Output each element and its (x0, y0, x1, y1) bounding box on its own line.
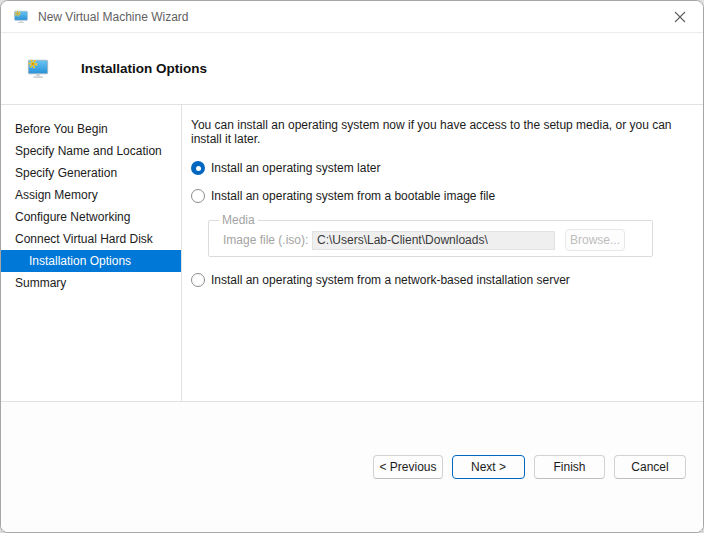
footer-button-bar: < Previous Next > Finish Cancel (1, 401, 703, 533)
intro-text: You can install an operating system now … (191, 118, 703, 146)
wizard-window: New Virtual Machine Wizard Installation … (0, 0, 704, 533)
radio-option-install-later[interactable]: Install an operating system later (191, 161, 703, 175)
sidebar: Before You Begin Specify Name and Locati… (1, 105, 182, 401)
sidebar-item-specify-generation[interactable]: Specify Generation (1, 162, 181, 184)
sidebar-item-specify-name-and-location[interactable]: Specify Name and Location (1, 140, 181, 162)
close-button[interactable] (657, 1, 703, 32)
vm-monitor-gear-icon (13, 9, 29, 25)
sidebar-item-connect-virtual-hard-disk[interactable]: Connect Virtual Hard Disk (1, 228, 181, 250)
window-title: New Virtual Machine Wizard (38, 10, 189, 24)
radio-option-network-install[interactable]: Install an operating system from a netwo… (191, 273, 703, 287)
close-icon (674, 11, 686, 23)
vm-monitor-gear-icon (26, 57, 50, 81)
sidebar-item-summary[interactable]: Summary (1, 272, 181, 294)
previous-button[interactable]: < Previous (373, 455, 443, 479)
radio-option-label: Install an operating system later (211, 161, 380, 175)
radio-option-label: Install an operating system from a boota… (211, 189, 495, 203)
page-title: Installation Options (81, 61, 207, 76)
page-header: Installation Options (1, 33, 703, 105)
page-content: You can install an operating system now … (182, 105, 704, 401)
cancel-button[interactable]: Cancel (614, 455, 686, 479)
radio-button-icon (191, 273, 205, 287)
radio-button-icon (191, 161, 205, 175)
wizard-body: Before You Begin Specify Name and Locati… (1, 105, 703, 401)
radio-button-icon (191, 189, 205, 203)
sidebar-item-assign-memory[interactable]: Assign Memory (1, 184, 181, 206)
sidebar-item-before-you-begin[interactable]: Before You Begin (1, 118, 181, 140)
media-group-title: Media (219, 213, 258, 227)
sidebar-item-configure-networking[interactable]: Configure Networking (1, 206, 181, 228)
radio-option-label: Install an operating system from a netwo… (211, 273, 570, 287)
finish-button[interactable]: Finish (534, 455, 605, 479)
sidebar-item-installation-options[interactable]: Installation Options (1, 250, 181, 272)
image-file-row: Image file (.iso): Browse... (223, 229, 652, 251)
next-button[interactable]: Next > (452, 455, 525, 479)
radio-option-bootable-image[interactable]: Install an operating system from a boota… (191, 189, 703, 203)
image-file-label: Image file (.iso): (223, 233, 312, 247)
image-file-input[interactable] (312, 231, 555, 250)
media-group-box: Media Image file (.iso): Browse... (208, 213, 653, 257)
browse-button[interactable]: Browse... (565, 229, 625, 251)
titlebar: New Virtual Machine Wizard (1, 1, 703, 33)
